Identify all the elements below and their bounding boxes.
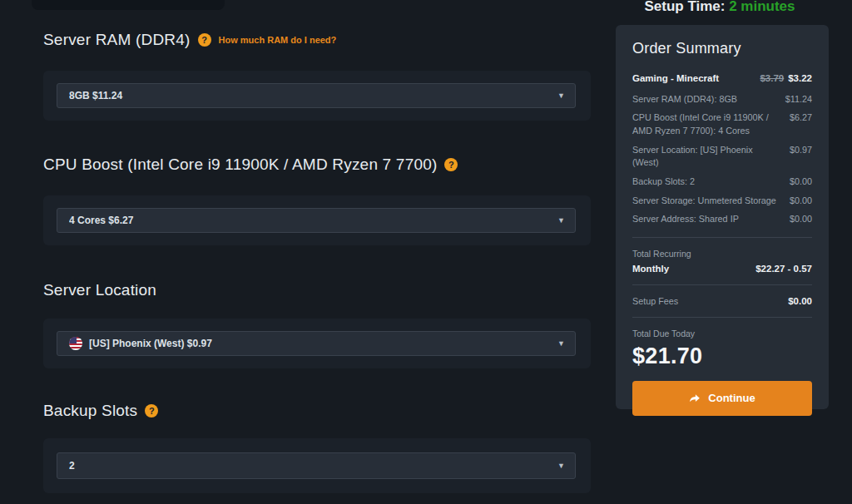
summary-row-cpu: CPU Boost (Intel Core i9 11900K / AMD Ry… [632, 111, 812, 137]
order-summary-card: Order Summary Gaming - Minecraft $3.79$3… [616, 25, 829, 409]
setup-time-label: Setup Time: [644, 0, 725, 14]
summary-label: Gaming - Minecraft [632, 72, 751, 86]
summary-row-product: Gaming - Minecraft $3.79$3.22 [632, 72, 812, 86]
server-ram-select-value: 8GB $11.24 [69, 90, 557, 101]
summary-label: Server Address: Shared IP [632, 213, 781, 226]
ram-help-link[interactable]: How much RAM do I need? [219, 35, 337, 45]
chevron-down-icon: ▼ [557, 92, 565, 100]
us-flag-icon [69, 337, 82, 350]
server-location-panel: [US] Phoenix (West) $0.97 ▼ [43, 319, 591, 368]
total-recurring-label: Total Recurring [632, 249, 812, 259]
chevron-down-icon: ▼ [557, 340, 565, 348]
summary-label: Backup Slots: 2 [632, 175, 781, 189]
summary-row-ram: Server RAM (DDR4): 8GB $11.24 [632, 93, 812, 106]
forward-arrow-icon [689, 393, 701, 404]
server-location-select[interactable]: [US] Phoenix (West) $0.97 ▼ [57, 331, 576, 356]
server-ram-panel: 8GB $11.24 ▼ [43, 71, 591, 121]
help-icon[interactable]: ? [444, 158, 458, 171]
summary-price: $0.00 [790, 195, 812, 208]
section-heading-backup-slots: Backup Slots [43, 402, 137, 420]
summary-price: $11.24 [785, 93, 812, 106]
continue-label: Continue [708, 392, 755, 404]
cpu-boost-select[interactable]: 4 Cores $6.27 ▼ [57, 208, 576, 233]
summary-label: Server Location: [US] Phoenix (West) [632, 144, 781, 170]
total-due-value: $21.70 [632, 343, 812, 369]
divider [632, 237, 812, 238]
summary-label: Server RAM (DDR4): 8GB [632, 93, 777, 106]
section-backup-slots-heading-row: Backup Slots ? [43, 402, 158, 420]
section-server-ram-heading-row: Server RAM (DDR4) ? How much RAM do I ne… [43, 31, 336, 49]
setup-time: Setup Time: 2 minutes [611, 0, 829, 15]
cpu-boost-panel: 4 Cores $6.27 ▼ [43, 195, 591, 245]
summary-label: CPU Boost (Intel Core i9 11900K / AMD Ry… [632, 111, 781, 137]
section-server-location-heading-row: Server Location [43, 281, 156, 299]
server-location-select-value: [US] Phoenix (West) $0.97 [69, 337, 557, 350]
setup-fees-value: $0.00 [788, 296, 812, 306]
backup-slots-select-value: 2 [69, 460, 557, 472]
continue-button[interactable]: Continue [632, 381, 812, 416]
summary-price: $0.00 [790, 213, 812, 226]
backup-slots-select[interactable]: 2 ▼ [57, 452, 576, 479]
section-heading-cpu-boost: CPU Boost (Intel Core i9 11900K / AMD Ry… [43, 156, 437, 174]
server-location-text: [US] Phoenix (West) $0.97 [89, 338, 212, 349]
setup-time-value: 2 minutes [729, 0, 795, 14]
section-cpu-boost-heading-row: CPU Boost (Intel Core i9 11900K / AMD Ry… [43, 156, 458, 174]
section-heading-server-ram: Server RAM (DDR4) [43, 31, 191, 49]
summary-price: $0.97 [790, 144, 812, 170]
setup-fees-label: Setup Fees [632, 296, 678, 306]
summary-row-location: Server Location: [US] Phoenix (West) $0.… [632, 144, 812, 170]
divider [632, 284, 812, 285]
divider [632, 317, 812, 318]
monthly-label: Monthly [632, 264, 669, 274]
cpu-boost-select-value: 4 Cores $6.27 [69, 215, 557, 226]
summary-row-address: Server Address: Shared IP $0.00 [632, 213, 812, 226]
server-ram-select[interactable]: 8GB $11.24 ▼ [57, 83, 576, 108]
previous-panel-edge [32, 0, 225, 10]
total-due-label: Total Due Today [632, 329, 812, 338]
backup-slots-panel: 2 ▼ [43, 438, 591, 493]
summary-price: $0.00 [790, 175, 812, 189]
summary-row-backup: Backup Slots: 2 $0.00 [632, 175, 812, 189]
summary-label: Server Storage: Unmetered Storage [632, 195, 781, 208]
setup-fees-row: Setup Fees $0.00 [632, 296, 812, 306]
help-icon[interactable]: ? [198, 33, 211, 47]
chevron-down-icon: ▼ [557, 462, 565, 470]
monthly-value: $22.27 - 0.57 [755, 264, 812, 274]
order-summary-title: Order Summary [632, 40, 812, 57]
summary-price: $6.27 [790, 111, 812, 137]
monthly-row: Monthly $22.27 - 0.57 [632, 264, 812, 274]
summary-row-storage: Server Storage: Unmetered Storage $0.00 [632, 195, 812, 208]
summary-price: $3.79$3.22 [760, 72, 812, 86]
new-price: $3.22 [788, 73, 812, 83]
help-icon[interactable]: ? [145, 404, 158, 418]
section-heading-server-location: Server Location [43, 281, 156, 299]
chevron-down-icon: ▼ [557, 217, 565, 225]
old-price: $3.79 [760, 73, 784, 83]
